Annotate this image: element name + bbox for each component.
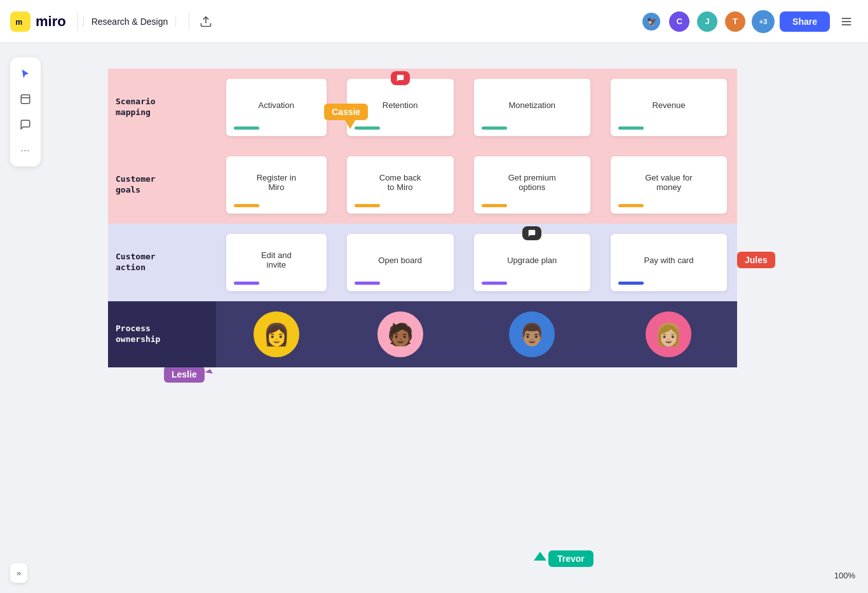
collaborator-avatar-3: T <box>724 10 747 33</box>
pay-card-card[interactable]: Pay with card <box>611 234 727 291</box>
svg-rect-7 <box>21 95 30 104</box>
upgrade-text: Upgrade plan <box>507 256 557 265</box>
premium-text: Get premiumoptions <box>508 173 556 192</box>
expand-icon: » <box>17 568 21 578</box>
svg-rect-6 <box>842 24 851 25</box>
retention-comment-badge <box>391 71 410 85</box>
retention-text: Retention <box>383 100 418 110</box>
header: m miro Research & Design 🦅 C J T +3 Shar… <box>0 0 868 43</box>
zoom-level: 100% <box>834 571 855 580</box>
extra-collaborators[interactable]: +3 <box>752 10 775 33</box>
cursor-tool[interactable] <box>14 62 37 85</box>
trevor-label: Trevor <box>548 550 593 567</box>
process-avatar-3-wrap: 👨🏽 <box>469 311 595 357</box>
process-avatar-2-cell: 🧑🏾 <box>337 301 464 367</box>
miro-logo: m <box>10 11 31 32</box>
sticky-note-tool[interactable] <box>14 88 37 111</box>
menu-button[interactable] <box>835 10 858 33</box>
process-avatar-3: 👨🏽 <box>509 311 555 357</box>
revenue-text: Revenue <box>652 100 685 110</box>
process-avatar-4-wrap: 👩🏼 <box>606 311 732 357</box>
divider2 <box>189 13 189 31</box>
falcon-icon: 🦅 <box>640 10 663 33</box>
customer-action-label-cell: Customer action <box>108 224 216 301</box>
svg-rect-5 <box>842 21 851 22</box>
logo-text: miro <box>36 13 66 30</box>
svg-rect-4 <box>842 18 851 19</box>
monetization-card[interactable]: Monetization <box>474 79 590 136</box>
share-button[interactable]: Share <box>780 11 830 32</box>
activation-card[interactable]: Activation <box>226 79 327 136</box>
trevor-arrow <box>534 552 546 561</box>
cassie-cursor: Cassie <box>324 104 368 129</box>
upgrade-cell: Upgrade plan <box>464 224 600 301</box>
scenario-mapping-row: Scenario mapping Activation <box>108 69 737 146</box>
monetization-text: Monetization <box>508 100 555 110</box>
process-avatar-3-cell: 👨🏽 <box>464 301 600 367</box>
comment-tool[interactable] <box>14 113 37 136</box>
edit-invite-text: Edit andinvite <box>261 250 292 269</box>
svg-text:🦅: 🦅 <box>647 17 658 27</box>
cassie-label: Cassie <box>324 104 368 120</box>
edit-invite-bar <box>234 282 259 285</box>
process-ownership-row: Process ownership 👩 🧑🏾 � <box>108 301 737 367</box>
value-card[interactable]: Get value formoney <box>611 156 727 214</box>
customer-goals-row: Customer goals Register inMiro Come back… <box>108 146 737 224</box>
leslie-arrow <box>205 369 216 383</box>
upgrade-card-wrap: Upgrade plan <box>469 234 595 291</box>
edit-invite-card[interactable]: Edit andinvite <box>226 234 327 291</box>
register-card[interactable]: Register inMiro <box>226 156 327 214</box>
board-title: Research & Design <box>83 17 177 27</box>
register-bar <box>234 204 259 207</box>
premium-card[interactable]: Get premiumoptions <box>474 156 590 214</box>
process-avatar-1-cell: 👩 <box>216 301 337 367</box>
comeback-bar <box>355 204 380 207</box>
upload-button[interactable] <box>194 10 217 33</box>
comeback-card[interactable]: Come backto Miro <box>347 156 454 214</box>
expand-panel[interactable]: » <box>10 563 27 583</box>
trevor-cursor: Trevor <box>534 550 593 567</box>
customer-action-row: Customer action Edit andinvite Open boar… <box>108 224 737 301</box>
upgrade-card[interactable]: Upgrade plan <box>474 234 590 291</box>
register-cell: Register inMiro <box>216 146 337 224</box>
comeback-cell: Come backto Miro <box>337 146 464 224</box>
collaborator-avatar-1: C <box>668 10 691 33</box>
revenue-bar <box>618 126 644 130</box>
process-label: Process ownership <box>116 324 208 345</box>
open-board-bar <box>355 282 380 285</box>
scenario-label-cell: Scenario mapping <box>108 69 216 146</box>
open-board-text: Open board <box>378 256 422 265</box>
upgrade-comment-badge <box>522 226 541 240</box>
more-tools[interactable]: ··· <box>14 139 37 161</box>
jules-label: Jules <box>737 252 775 268</box>
pay-card-text: Pay with card <box>644 256 693 265</box>
activation-cell: Activation <box>216 69 337 146</box>
process-avatar-2: 🧑🏾 <box>377 311 423 357</box>
collaborator-avatar-2: J <box>696 10 719 33</box>
board-table: Scenario mapping Activation <box>108 69 737 367</box>
process-avatar-4: 👩🏼 <box>646 311 691 357</box>
pay-card-cell: Pay with card <box>600 224 737 301</box>
process-avatar-4-cell: 👩🏼 <box>600 301 737 367</box>
activation-text: Activation <box>259 100 294 110</box>
process-avatar-1: 👩 <box>254 311 299 357</box>
process-avatar-2-wrap: 🧑🏾 <box>342 311 459 357</box>
revenue-card[interactable]: Revenue <box>611 79 727 136</box>
header-right: 🦅 C J T +3 Share <box>640 10 858 33</box>
activation-bar <box>234 126 259 130</box>
left-toolbar: ··· <box>10 57 41 167</box>
monetization-cell: Monetization <box>464 69 600 146</box>
open-board-card[interactable]: Open board <box>347 234 454 291</box>
leslie-cursor: Leslie <box>164 366 214 383</box>
customer-action-label: Customer action <box>116 252 208 273</box>
process-label-cell: Process ownership <box>108 301 216 367</box>
divider <box>78 13 78 31</box>
canvas: Cassie Leslie Jules Trevor Scenar <box>0 43 868 593</box>
register-text: Register inMiro <box>257 173 296 192</box>
value-text: Get value formoney <box>645 173 692 192</box>
upgrade-bar <box>482 282 507 285</box>
premium-cell: Get premiumoptions <box>464 146 600 224</box>
leslie-label: Leslie <box>164 366 205 383</box>
board: Scenario mapping Activation <box>108 69 737 367</box>
svg-text:m: m <box>16 17 23 26</box>
